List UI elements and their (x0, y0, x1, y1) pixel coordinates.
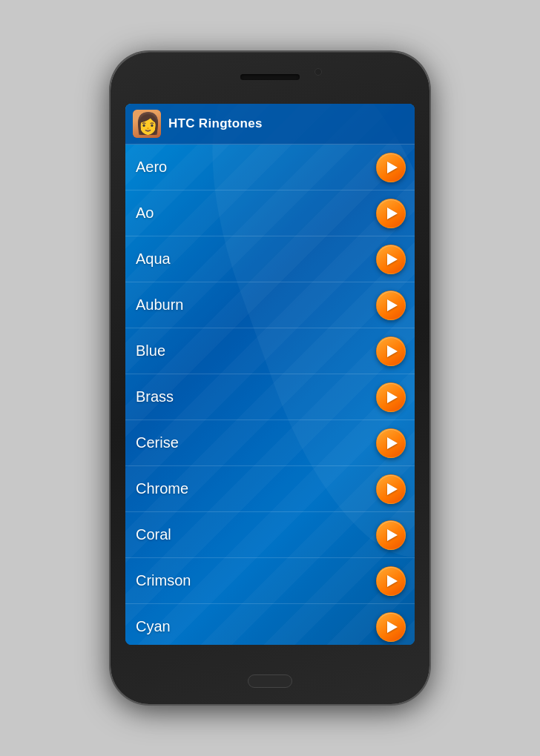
list-item[interactable]: Aero (125, 145, 415, 190)
screen-content: HTC Ringtones AeroAoAquaAuburnBlueBrassC… (125, 104, 415, 645)
ringtone-name: Auburn (136, 296, 184, 314)
play-icon (387, 162, 398, 173)
app-header: HTC Ringtones (125, 104, 415, 145)
play-button[interactable] (376, 566, 406, 596)
ringtone-name: Brass (136, 388, 174, 405)
play-button[interactable] (376, 428, 406, 458)
list-item[interactable]: Cerise (125, 420, 415, 466)
ringtone-name: Crimson (136, 572, 191, 589)
ringtone-list: AeroAoAquaAuburnBlueBrassCeriseChromeCor… (125, 145, 415, 645)
play-button[interactable] (376, 245, 406, 274)
list-item[interactable]: Cyan (125, 604, 415, 645)
play-button[interactable] (376, 291, 406, 320)
play-icon (387, 345, 398, 357)
play-icon (387, 391, 398, 403)
phone-camera (315, 68, 322, 76)
list-item[interactable]: Blue (125, 328, 415, 374)
play-icon (387, 621, 398, 633)
phone-screen: HTC Ringtones AeroAoAquaAuburnBlueBrassC… (125, 104, 415, 645)
avatar (133, 110, 161, 138)
play-button[interactable] (376, 520, 406, 550)
home-button[interactable] (248, 674, 292, 688)
list-item[interactable]: Coral (125, 512, 415, 558)
play-button[interactable] (376, 612, 406, 642)
ringtone-name: Chrome (136, 480, 188, 497)
play-button[interactable] (376, 474, 406, 504)
play-icon (387, 208, 398, 219)
ringtone-name: Aqua (136, 251, 171, 268)
list-item[interactable]: Aqua (125, 236, 415, 282)
play-button[interactable] (376, 336, 406, 366)
ringtone-name: Cerise (136, 434, 179, 451)
list-item[interactable]: Chrome (125, 466, 415, 512)
play-icon (387, 483, 398, 495)
ringtone-name: Coral (136, 526, 171, 543)
phone-speaker (240, 74, 300, 80)
list-item[interactable]: Ao (125, 190, 415, 236)
list-item[interactable]: Brass (125, 374, 415, 420)
play-button[interactable] (376, 382, 406, 412)
app-title: HTC Ringtones (168, 116, 263, 131)
play-icon (387, 299, 398, 311)
play-icon (387, 529, 398, 541)
list-item[interactable]: Crimson (125, 558, 415, 604)
play-button[interactable] (376, 199, 406, 228)
ringtone-name: Aero (136, 159, 167, 176)
page-background: HTC Ringtones AeroAoAquaAuburnBlueBrassC… (0, 0, 540, 756)
play-icon (387, 575, 398, 587)
avatar-image (133, 110, 161, 138)
ringtone-name: Blue (136, 342, 165, 359)
phone-shell: HTC Ringtones AeroAoAquaAuburnBlueBrassC… (111, 52, 429, 704)
ringtone-name: Ao (136, 205, 154, 222)
play-button[interactable] (376, 153, 406, 182)
ringtone-name: Cyan (136, 618, 171, 635)
list-item[interactable]: Auburn (125, 282, 415, 328)
play-icon (387, 437, 398, 449)
play-icon (387, 253, 398, 265)
